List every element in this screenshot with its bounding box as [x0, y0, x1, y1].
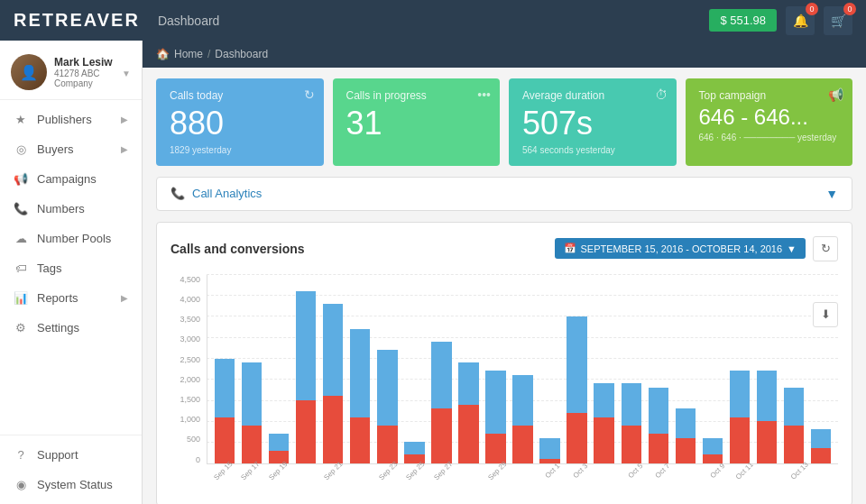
sidebar-item-system-status[interactable]: ◉ System Status [0, 470, 142, 499]
bar-blue [703, 438, 723, 455]
bar-group [727, 275, 752, 463]
bar-group [673, 275, 698, 463]
bar-group [511, 275, 536, 463]
nav-item-label-tags: Tags [37, 261, 61, 275]
bar-stack [512, 375, 532, 463]
nav-item-left-publishers: ★ Publishers [14, 113, 92, 126]
top-campaign-value: 646 - 646... [699, 105, 840, 129]
y-axis-labels: 05001,0001,5002,0002,5003,0003,5004,0004… [170, 275, 205, 464]
bar-group [401, 275, 427, 463]
user-chevron-icon: ▼ [122, 69, 131, 78]
bar-group [320, 275, 345, 463]
tags-icon: 🏷 [14, 261, 28, 275]
stat-calls-today: ↻ Calls today 880 1829 yesterday [156, 78, 324, 166]
bar-blue [458, 362, 478, 404]
bar-group [428, 275, 454, 463]
y-label-8: 4,000 [170, 295, 205, 304]
sidebar-item-buyers[interactable]: ◎ Buyers ▶ [0, 134, 142, 164]
bar-group [374, 275, 400, 463]
nav-item-left-settings: ⚙ Settings [14, 321, 79, 334]
calls-in-progress-value: 31 [346, 105, 487, 142]
nav-bottom-label-system-status: System Status [37, 478, 113, 491]
bar-blue [811, 429, 831, 448]
sidebar-nav: ★ Publishers ▶ ◎ Buyers ▶ 📢 Campaigns 📞 … [0, 100, 142, 435]
sidebar-item-reports[interactable]: 📊 Reports ▶ [0, 283, 142, 313]
sidebar-item-publishers[interactable]: ★ Publishers ▶ [0, 105, 142, 134]
sidebar-user[interactable]: 👤 Mark Lesiw 41278 ABC Company ▼ [0, 41, 142, 100]
y-label-3: 1,500 [170, 395, 205, 404]
settings-icon: ⚙ [14, 321, 28, 334]
bar-red [784, 426, 804, 463]
content-area: 🏠 Home / Dashboard ↻ Calls today 880 182… [143, 41, 866, 504]
sidebar-item-number-pools[interactable]: ☁ Number Pools [0, 224, 142, 253]
number-pools-icon: ☁ [14, 232, 28, 245]
bar-group [347, 275, 373, 463]
refresh-button[interactable]: ↻ [813, 236, 838, 261]
bar-blue [594, 383, 613, 417]
bar-group [646, 275, 671, 463]
breadcrumb-separator: / [207, 48, 210, 60]
nav-item-left-numbers: 📞 Numbers [14, 202, 85, 215]
support-icon: ? [14, 448, 28, 462]
bar-group [538, 275, 563, 463]
bar-red [350, 417, 370, 463]
y-label-4: 2,000 [170, 375, 205, 384]
bar-red [811, 448, 831, 463]
bar-chart: 05001,0001,5002,0002,5003,0003,5004,0004… [170, 275, 838, 491]
notification-badge: 0 [806, 3, 818, 15]
nav-item-label-campaigns: Campaigns [37, 172, 97, 186]
breadcrumb-home-link[interactable]: Home [174, 48, 203, 60]
notifications-button[interactable]: 🔔 0 [786, 6, 815, 35]
bar-blue [323, 304, 343, 396]
bar-blue [350, 329, 370, 417]
chart-controls: 📅 SEPTEMBER 15, 2016 - OCTOBER 14, 2016 … [555, 236, 838, 261]
nav-item-label-buyers: Buyers [37, 142, 73, 156]
bar-red [622, 426, 641, 463]
chart-header: Calls and conversions 📅 SEPTEMBER 15, 20… [170, 236, 838, 261]
bar-group [754, 275, 779, 463]
download-button[interactable]: ⬇ [813, 302, 838, 327]
analytics-header[interactable]: 📞 Call Analytics ▼ [157, 178, 852, 210]
bar-blue [730, 371, 750, 417]
sidebar-item-numbers[interactable]: 📞 Numbers [0, 194, 142, 224]
bar-stack [784, 388, 804, 463]
analytics-chevron-icon: ▼ [825, 187, 838, 201]
bar-red [458, 405, 478, 463]
sidebar-item-tags[interactable]: 🏷 Tags [0, 253, 142, 283]
bar-blue [567, 316, 586, 413]
sidebar: 👤 Mark Lesiw 41278 ABC Company ▼ ★ Publi… [0, 41, 143, 504]
bar-group [293, 275, 318, 463]
avatar: 👤 [11, 54, 47, 90]
bar-blue [296, 291, 316, 400]
bar-blue [215, 359, 235, 417]
nav-bottom-label-support: Support [37, 448, 78, 462]
bar-stack [811, 429, 831, 463]
bar-blue [649, 388, 668, 434]
bar-blue [242, 362, 262, 426]
home-icon: 🏠 [156, 48, 170, 60]
chart-bars-area [207, 275, 838, 464]
buyers-arrow-icon: ▶ [121, 144, 128, 154]
publishers-icon: ★ [14, 113, 28, 126]
analytics-header-left: 📞 Call Analytics [170, 187, 262, 200]
campaigns-icon: 📢 [14, 172, 28, 186]
bar-red [242, 426, 262, 463]
cart-badge: 0 [843, 3, 856, 15]
sidebar-item-settings[interactable]: ⚙ Settings [0, 313, 142, 343]
avg-duration-sub: 564 seconds yesterday [522, 145, 663, 155]
nav-item-label-publishers: Publishers [37, 113, 92, 126]
y-label-9: 4,500 [170, 275, 205, 284]
y-label-1: 500 [170, 435, 205, 444]
reports-icon: 📊 [14, 291, 28, 305]
date-range-button[interactable]: 📅 SEPTEMBER 15, 2016 - OCTOBER 14, 2016 … [555, 238, 806, 259]
sidebar-item-campaigns[interactable]: 📢 Campaigns [0, 164, 142, 194]
main-layout: 👤 Mark Lesiw 41278 ABC Company ▼ ★ Publi… [0, 41, 866, 504]
nav-right: $ 551.98 🔔 0 🛒 0 [709, 6, 852, 35]
bar-blue [377, 350, 397, 426]
cart-button[interactable]: 🛒 0 [824, 6, 852, 35]
bar-red [323, 396, 343, 463]
y-label-5: 2,500 [170, 355, 205, 364]
balance-button[interactable]: $ 551.98 [709, 9, 777, 32]
sidebar-item-support[interactable]: ? Support [0, 440, 142, 470]
bar-red [649, 434, 668, 463]
